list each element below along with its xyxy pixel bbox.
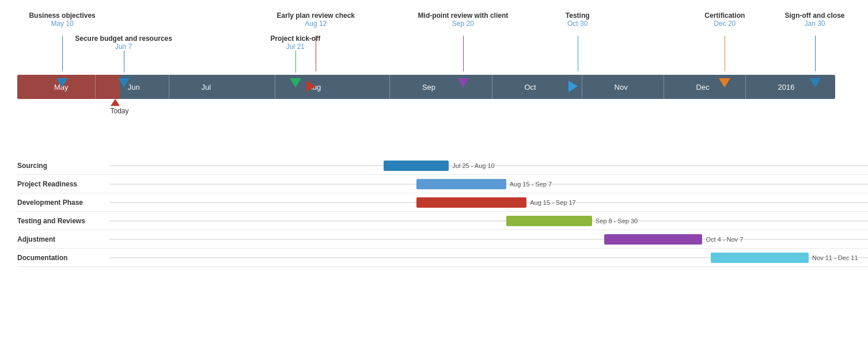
milestone-date: Sep 20: [418, 20, 509, 28]
gantt-row: SourcingJul 25 - Aug 10: [17, 157, 868, 175]
milestones-area: Business objectivesMay 10Secure budget a…: [17, 12, 835, 75]
connector-line: [62, 36, 63, 71]
month-label-dec: Dec: [696, 83, 710, 91]
connector-line: [725, 36, 725, 71]
gantt-section: SourcingJul 25 - Aug 10Project Readiness…: [17, 157, 868, 267]
connector-line: [578, 36, 578, 71]
gantt-bar-date-label: Aug 15 - Sep 7: [510, 181, 552, 188]
milestone-marker-certification: [719, 78, 730, 87]
gantt-row-label: Sourcing: [17, 162, 109, 170]
month-label-2016: 2016: [778, 83, 795, 91]
milestone-date: Jun 7: [75, 43, 172, 51]
milestone-marker-mid-point-review-with-client: [457, 78, 469, 87]
gantt-row: Project ReadinessAug 15 - Sep 7: [17, 175, 868, 193]
gantt-bar: [506, 216, 592, 226]
milestone-title: Sign-off and close: [784, 12, 844, 20]
gantt-bar: [416, 179, 506, 189]
today-marker: Today: [110, 99, 128, 115]
timeline-bar: MayJunJulAugSepOctNovDec2016: [17, 75, 835, 99]
milestone-label-sign-off-and-close: Sign-off and closeJan 30: [784, 12, 844, 28]
milestone-date: Aug 12: [277, 20, 355, 28]
month-divider: [95, 75, 96, 99]
connector-line: [295, 51, 296, 73]
gantt-line-area: Aug 15 - Sep 7: [109, 175, 868, 193]
gantt-row-label: Documentation: [17, 254, 109, 262]
month-label-nov: Nov: [615, 83, 628, 91]
connector-line: [124, 51, 124, 73]
connector-line: [463, 36, 464, 71]
month-divider: [169, 75, 169, 99]
gantt-row-label: Testing and Reviews: [17, 217, 109, 225]
timeline-section: Business objectivesMay 10Secure budget a…: [17, 12, 851, 128]
month-label-jul: Jul: [202, 83, 211, 91]
milestone-date: Jan 30: [784, 20, 844, 28]
milestone-marker-sign-off-and-close: [809, 78, 821, 87]
gantt-row-label: Development Phase: [17, 199, 109, 207]
gantt-line-area: Sep 8 - Sep 30: [109, 212, 868, 230]
gantt-line-area: Aug 15 - Sep 17: [109, 193, 868, 211]
milestone-title: Project kick-off: [270, 35, 320, 43]
gantt-line-area: Nov 11 - Dec 11: [109, 249, 868, 266]
month-divider: [389, 75, 390, 99]
month-divider: [745, 75, 746, 99]
month-divider: [492, 75, 492, 99]
gantt-row-label: Adjustment: [17, 235, 109, 243]
milestone-date: May 10: [29, 20, 95, 28]
month-divider: [275, 75, 275, 99]
milestone-label-testing: TestingOct 30: [566, 12, 590, 28]
milestone-title: Testing: [566, 12, 590, 20]
gantt-bar: [384, 161, 449, 171]
milestone-label-early-plan-review-check: Early plan review checkAug 12: [277, 12, 355, 28]
gantt-bar: [604, 234, 702, 245]
gantt-row-label: Project Readiness: [17, 180, 109, 188]
milestone-date: Dec 20: [704, 20, 745, 28]
gantt-bar: [416, 197, 527, 208]
month-label-jun: Jun: [128, 83, 140, 91]
gantt-row: DocumentationNov 11 - Dec 11: [17, 249, 868, 267]
gantt-line-area: Jul 25 - Aug 10: [109, 157, 868, 174]
gantt-row: Development PhaseAug 15 - Sep 17: [17, 193, 868, 212]
today-area: Today: [17, 99, 835, 128]
connector-line: [815, 36, 816, 71]
month-divider: [664, 75, 664, 99]
milestone-label-mid-point-review-with-client: Mid-point review with clientSep 20: [418, 12, 509, 28]
gantt-line-area: Oct 4 - Nov 7: [109, 230, 868, 248]
milestone-title: Early plan review check: [277, 12, 355, 20]
month-label-sep: Sep: [422, 83, 435, 91]
gantt-row: Testing and ReviewsSep 8 - Sep 30: [17, 212, 868, 230]
gantt-bar-date-label: Sep 8 - Sep 30: [596, 218, 638, 224]
gantt-row: AdjustmentOct 4 - Nov 7: [17, 230, 868, 249]
gantt-bar-date-label: Nov 11 - Dec 11: [812, 254, 858, 261]
milestone-label-business-objectives: Business objectivesMay 10: [29, 12, 95, 28]
milestone-title: Certification: [704, 12, 745, 20]
milestone-marker-testing: [568, 81, 578, 92]
gantt-baseline: [109, 239, 868, 239]
gantt-bar-date-label: Jul 25 - Aug 10: [452, 162, 494, 169]
milestone-label-certification: CertificationDec 20: [704, 12, 745, 28]
main-container: Business objectivesMay 10Secure budget a…: [0, 0, 868, 278]
milestone-date: Jul 21: [270, 43, 320, 51]
month-divider: [582, 75, 582, 99]
milestone-title: Business objectives: [29, 12, 95, 20]
milestone-marker-secure-budget-and-resources: [118, 78, 130, 87]
milestone-title: Mid-point review with client: [418, 12, 509, 20]
gantt-bar: [711, 253, 809, 263]
today-label: Today: [110, 107, 128, 115]
month-label-oct: Oct: [524, 83, 536, 91]
milestone-date: Oct 30: [566, 20, 590, 28]
gantt-baseline: [109, 220, 868, 221]
milestone-marker-business-objectives: [56, 78, 68, 87]
gantt-bar-date-label: Oct 4 - Nov 7: [706, 236, 744, 243]
gantt-bar-date-label: Aug 15 - Sep 17: [530, 199, 576, 206]
milestone-label-project-kick-off: Project kick-offJul 21: [270, 35, 320, 51]
milestone-marker-project-kick-off: [290, 78, 301, 87]
milestone-label-secure-budget-and-resources: Secure budget and resourcesJun 7: [75, 35, 172, 51]
milestone-marker-early-plan-review-check: [306, 81, 316, 92]
milestone-title: Secure budget and resources: [75, 35, 172, 43]
